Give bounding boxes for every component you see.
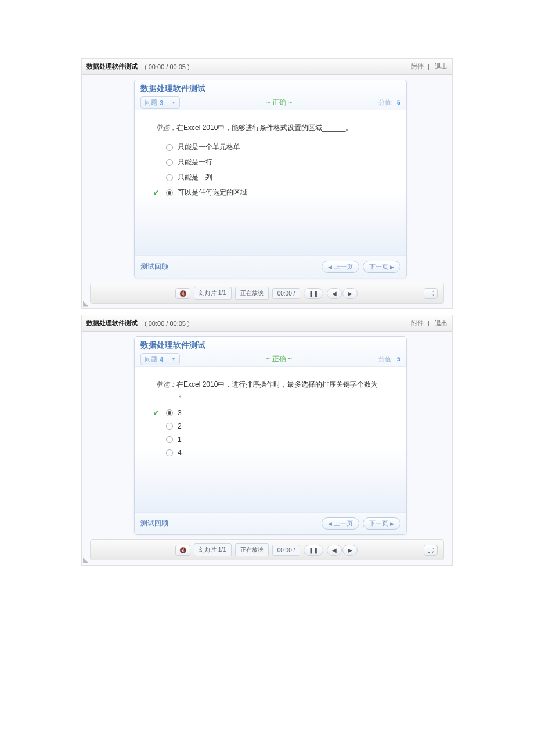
elapsed-time: ( 00:00 / 00:05 ) bbox=[145, 320, 190, 327]
question-number: 4 bbox=[160, 356, 163, 363]
result-status: ~ 正确 ~ bbox=[180, 98, 378, 107]
slide-indicator: 幻灯片 1/1 bbox=[194, 287, 232, 300]
question-type-tag: 单选， bbox=[156, 124, 176, 132]
option-row[interactable]: 只能是一列 bbox=[153, 172, 395, 182]
question-label: 问题 bbox=[145, 355, 157, 363]
option-row[interactable]: 只能是一行 bbox=[153, 157, 395, 167]
chevron-down-icon: ▾ bbox=[172, 357, 175, 362]
question-label: 问题 bbox=[145, 98, 157, 107]
time-indicator: 00:00 / bbox=[272, 288, 301, 299]
card-body: 单选：在Excel 2010中，进行排序操作时，最多选择的排序关键字个数为___… bbox=[135, 367, 406, 512]
question-card: 数据处理软件测试 问题 3 ▾ ~ 正确 ~ 分值: 5 单选，在E bbox=[134, 80, 407, 278]
radio-icon bbox=[166, 174, 173, 181]
attachments-link[interactable]: 附件 bbox=[411, 63, 424, 70]
attachments-link[interactable]: 附件 bbox=[411, 319, 424, 326]
prev-slide-button[interactable]: ◀ bbox=[327, 288, 342, 299]
top-bar: 数据处理软件测试 ( 00:00 / 00:05 ) | 附件 | 退出 bbox=[82, 59, 452, 75]
prev-button[interactable]: ◀上一页 bbox=[322, 261, 359, 273]
check-icon: ✔ bbox=[153, 189, 161, 197]
mute-button[interactable]: 🔇 bbox=[175, 545, 190, 556]
elapsed-time: ( 00:00 / 00:05 ) bbox=[145, 63, 190, 70]
question-stem: 单选，在Excel 2010中，能够进行条件格式设置的区域______。 bbox=[156, 123, 395, 133]
option-text: 只能是一行 bbox=[178, 157, 212, 167]
card-header: 数据处理软件测试 问题 4 ▾ ~ 正确 ~ 分值: 5 bbox=[135, 337, 406, 367]
radio-icon bbox=[166, 449, 173, 456]
option-text: 可以是任何选定的区域 bbox=[178, 188, 247, 197]
question-number: 3 bbox=[160, 99, 163, 106]
option-row[interactable]: 4 bbox=[153, 449, 395, 457]
option-text: 2 bbox=[178, 422, 182, 430]
fullscreen-button[interactable]: ⛶ bbox=[424, 545, 438, 556]
pause-button[interactable]: ❚❚ bbox=[304, 288, 323, 299]
option-row[interactable]: ✔ 3 bbox=[153, 409, 395, 417]
quiz-block: 数据处理软件测试 ( 00:00 / 00:05 ) | 附件 | 退出 数据处… bbox=[81, 315, 453, 566]
card-body: 单选，在Excel 2010中，能够进行条件格式设置的区域______。 只能是… bbox=[135, 110, 406, 255]
quiz-title: 数据处理软件测试 bbox=[140, 84, 400, 94]
question-selector[interactable]: 问题 4 ▾ bbox=[140, 353, 180, 365]
option-text: 1 bbox=[178, 435, 182, 444]
option-row[interactable]: 1 bbox=[153, 435, 395, 444]
question-type-tag: 单选： bbox=[156, 380, 176, 388]
score-value: 5 bbox=[397, 99, 400, 106]
player-bar: 🔇 幻灯片 1/1 正在放映 00:00 / ❚❚ ◀▶ ⛶ bbox=[90, 539, 444, 560]
player-bar: 🔇 幻灯片 1/1 正在放映 00:00 / ❚❚ ◀▶ ⛶ bbox=[90, 283, 444, 304]
app-title: 数据处理软件测试 bbox=[86, 319, 138, 327]
score-label: 分值: bbox=[378, 99, 393, 106]
card-footer: 测试回顾 ◀上一页 下一页▶ bbox=[135, 512, 406, 534]
time-indicator: 00:00 / bbox=[272, 545, 301, 556]
resize-corner-icon: ◣ bbox=[83, 556, 88, 564]
question-card: 数据处理软件测试 问题 4 ▾ ~ 正确 ~ 分值: 5 单选：在E bbox=[134, 336, 407, 535]
review-link[interactable]: 测试回顾 bbox=[140, 519, 168, 528]
prev-slide-button[interactable]: ◀ bbox=[327, 545, 342, 556]
score-area: 分值: 5 bbox=[378, 98, 400, 107]
next-button[interactable]: 下一页▶ bbox=[363, 261, 400, 273]
resize-corner-icon: ◣ bbox=[83, 299, 88, 307]
pause-button[interactable]: ❚❚ bbox=[304, 545, 323, 556]
next-slide-button[interactable]: ▶ bbox=[342, 545, 358, 556]
option-row[interactable]: ✔ 可以是任何选定的区域 bbox=[153, 188, 395, 197]
result-status: ~ 正确 ~ bbox=[180, 354, 378, 364]
options-list: ✔ 3 2 1 bbox=[152, 409, 395, 457]
prev-button[interactable]: ◀上一页 bbox=[322, 517, 359, 530]
score-label: 分值: bbox=[378, 355, 393, 362]
chevron-right-icon: ▶ bbox=[390, 521, 394, 527]
slide-indicator: 幻灯片 1/1 bbox=[194, 543, 232, 556]
option-text: 只能是一个单元格单 bbox=[178, 142, 240, 152]
option-row[interactable]: 只能是一个单元格单 bbox=[153, 142, 395, 152]
chevron-left-icon: ◀ bbox=[328, 264, 332, 270]
radio-icon bbox=[166, 436, 173, 443]
option-text: 3 bbox=[178, 409, 182, 417]
score-area: 分值: 5 bbox=[378, 355, 400, 363]
question-stem: 单选：在Excel 2010中，进行排序操作时，最多选择的排序关键字个数为___… bbox=[156, 380, 395, 399]
next-button[interactable]: 下一页▶ bbox=[363, 517, 400, 530]
score-value: 5 bbox=[397, 355, 400, 362]
option-text: 只能是一列 bbox=[178, 172, 212, 182]
quiz-block: 数据处理软件测试 ( 00:00 / 00:05 ) | 附件 | 退出 数据处… bbox=[81, 58, 453, 309]
option-row[interactable]: 2 bbox=[153, 422, 395, 430]
chevron-left-icon: ◀ bbox=[328, 521, 332, 527]
quiz-title: 数据处理软件测试 bbox=[140, 340, 400, 351]
next-slide-button[interactable]: ▶ bbox=[342, 288, 358, 299]
exit-link[interactable]: 退出 bbox=[435, 319, 448, 326]
question-selector[interactable]: 问题 3 ▾ bbox=[140, 96, 180, 109]
question-text: 在Excel 2010中，能够进行条件格式设置的区域______。 bbox=[176, 124, 352, 132]
chevron-right-icon: ▶ bbox=[390, 264, 394, 270]
radio-icon bbox=[166, 144, 173, 151]
card-footer: 测试回顾 ◀上一页 下一页▶ bbox=[135, 255, 406, 278]
mute-button[interactable]: 🔇 bbox=[175, 288, 190, 299]
radio-icon bbox=[166, 189, 173, 196]
fullscreen-button[interactable]: ⛶ bbox=[424, 288, 438, 299]
question-text: 在Excel 2010中，进行排序操作时，最多选择的排序关键字个数为______… bbox=[156, 380, 378, 398]
radio-icon bbox=[166, 423, 173, 430]
card-header: 数据处理软件测试 问题 3 ▾ ~ 正确 ~ 分值: 5 bbox=[135, 80, 406, 110]
playing-indicator: 正在放映 bbox=[235, 287, 269, 300]
chevron-down-icon: ▾ bbox=[172, 100, 175, 105]
check-icon: ✔ bbox=[153, 409, 161, 417]
radio-icon bbox=[166, 409, 173, 416]
radio-icon bbox=[166, 159, 173, 166]
app-title: 数据处理软件测试 bbox=[86, 62, 138, 71]
options-list: 只能是一个单元格单 只能是一行 只能是一列 ✔ bbox=[152, 142, 395, 197]
review-link[interactable]: 测试回顾 bbox=[140, 262, 168, 272]
exit-link[interactable]: 退出 bbox=[435, 63, 448, 70]
top-bar: 数据处理软件测试 ( 00:00 / 00:05 ) | 附件 | 退出 bbox=[82, 315, 452, 332]
